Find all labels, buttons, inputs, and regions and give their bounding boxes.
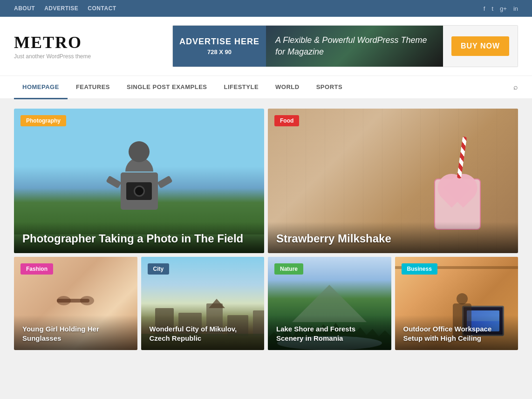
contact-link[interactable]: CONTACT — [88, 5, 116, 12]
ad-left: ADVERTISE HERE 728 X 90 — [173, 25, 266, 67]
article-title-nature: Lake Shore and Forests Scenery in Romani… — [276, 324, 383, 343]
facebook-icon[interactable]: f — [484, 5, 485, 12]
article-overlay-nature: Lake Shore and Forests Scenery in Romani… — [268, 315, 391, 350]
nav-sports[interactable]: SPORTS — [308, 76, 351, 99]
ad-size: 728 X 90 — [207, 48, 232, 55]
category-badge-nature[interactable]: Nature — [274, 263, 303, 275]
category-badge-city[interactable]: City — [148, 263, 170, 275]
article-business[interactable]: Business Outdoor Office Workspace Setup … — [395, 257, 518, 350]
nav-features[interactable]: FEATURES — [68, 76, 118, 99]
nav-items: HOMEPAGE FEATURES SINGLE POST EXAMPLES L… — [14, 76, 351, 98]
category-badge-food[interactable]: Food — [274, 115, 299, 126]
article-overlay-photographer: Photographer Taking a Photo in The Field — [14, 222, 264, 253]
twitter-icon[interactable]: t — [491, 5, 493, 12]
social-icons: f t g+ in — [484, 5, 518, 12]
ad-middle: A Flexible & Powerful WordPress Theme fo… — [266, 25, 443, 67]
category-badge-business[interactable]: Business — [402, 263, 437, 275]
advertise-link[interactable]: ADVERTISE — [44, 5, 78, 12]
nav-homepage[interactable]: HOMEPAGE — [14, 76, 68, 99]
ad-title: ADVERTISE HERE — [179, 37, 259, 47]
article-title-photographer: Photographer Taking a Photo in The Field — [22, 231, 256, 246]
header: METRO Just another WordPress theme ADVER… — [0, 17, 532, 76]
article-photographer[interactable]: Photography Photographer Taking a Photo … — [14, 109, 264, 253]
about-link[interactable]: ABOUT — [14, 5, 35, 12]
top-bar: ABOUT ADVERTISE CONTACT f t g+ in — [0, 0, 532, 17]
buy-now-button[interactable]: BUY NOW — [451, 36, 509, 56]
article-title-business: Outdoor Office Workspace Setup with High… — [403, 324, 510, 343]
hero-grid: Photography Photographer Taking a Photo … — [14, 109, 518, 253]
article-city[interactable]: City Wonderful City of Mikulov, Czech Re… — [141, 257, 265, 350]
category-badge-fashion[interactable]: Fashion — [20, 263, 53, 275]
article-title-food: Strawberry Milkshake — [276, 231, 510, 246]
site-tagline: Just another WordPress theme — [14, 53, 91, 60]
nav-lifestyle[interactable]: LIFESTYLE — [216, 76, 267, 99]
category-badge-photography[interactable]: Photography — [20, 115, 66, 126]
ad-banner: ADVERTISE HERE 728 X 90 A Flexible & Pow… — [172, 25, 518, 67]
search-icon[interactable]: ⌕ — [513, 83, 518, 91]
ad-middle-text: A Flexible & Powerful WordPress Theme fo… — [275, 34, 434, 58]
content-area: Photography Photographer Taking a Photo … — [0, 99, 532, 359]
small-grid: Fashion Young Girl Holding Her Sunglasse… — [14, 257, 518, 350]
article-title-fashion: Young Girl Holding Her Sunglasses — [22, 324, 129, 343]
nav-world[interactable]: WORLD — [267, 76, 308, 99]
article-fashion[interactable]: Fashion Young Girl Holding Her Sunglasse… — [14, 257, 137, 350]
article-title-city: Wonderful City of Mikulov, Czech Republi… — [150, 324, 256, 343]
article-food[interactable]: Food Strawberry Milkshake — [268, 109, 518, 253]
article-overlay-fashion: Young Girl Holding Her Sunglasses — [14, 315, 137, 350]
article-nature[interactable]: Nature Lake Shore and Forests Scenery in… — [268, 257, 391, 350]
article-overlay-city: Wonderful City of Mikulov, Czech Republi… — [141, 315, 265, 350]
logo-area: METRO Just another WordPress theme — [14, 33, 91, 60]
top-bar-nav: ABOUT ADVERTISE CONTACT — [14, 5, 116, 12]
ad-right: BUY NOW — [443, 25, 518, 67]
site-logo[interactable]: METRO — [14, 33, 91, 52]
main-nav: HOMEPAGE FEATURES SINGLE POST EXAMPLES L… — [0, 76, 532, 99]
google-plus-icon[interactable]: g+ — [500, 5, 507, 12]
nav-single-post[interactable]: SINGLE POST EXAMPLES — [118, 76, 216, 99]
linkedin-icon[interactable]: in — [513, 5, 518, 12]
article-overlay-business: Outdoor Office Workspace Setup with High… — [395, 315, 518, 350]
article-overlay-food: Strawberry Milkshake — [268, 222, 518, 253]
